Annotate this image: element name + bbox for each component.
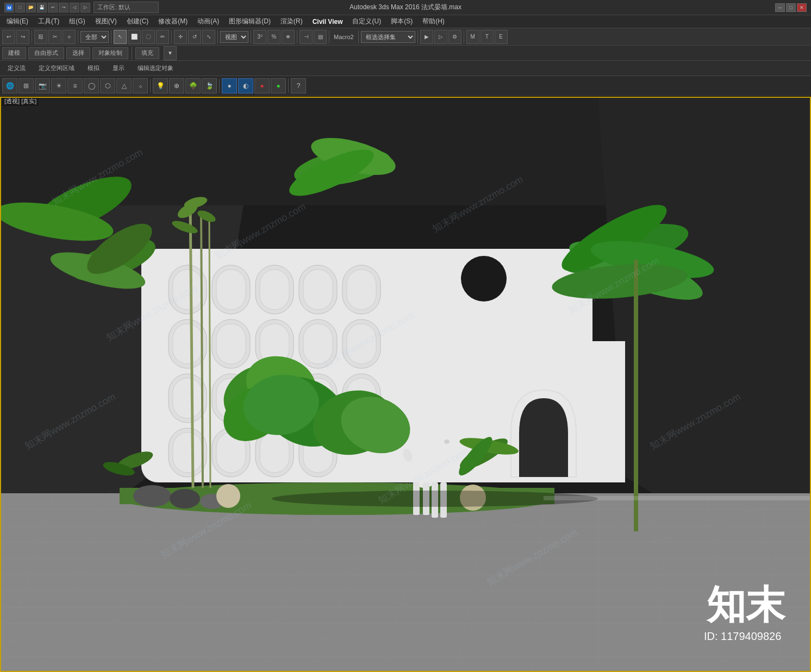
icon-toolbar: 🌐 ⊞ 📷 ☀ ≡ ◯ ⬡ △ ⬦ 💡 ⊕ 🌳 🍃 ● ◐ ● ● ?	[0, 76, 811, 96]
menu-graph-editor[interactable]: 图形编辑器(D)	[224, 16, 275, 27]
ico-tree[interactable]: 🌳	[185, 78, 201, 93]
bind-tool[interactable]: ⟡	[63, 30, 76, 44]
maximize-button[interactable]: □	[786, 3, 796, 12]
ico-cylinder[interactable]: ⬦	[133, 78, 148, 93]
texture-btn[interactable]: T	[481, 30, 494, 44]
freeform-btn[interactable]: 自由形式	[28, 47, 64, 59]
ico-target[interactable]: ⊕	[169, 78, 184, 93]
title-bar-icons[interactable]: M □ 📂 💾 ↩ ↪ ◁ ▷ 工作区: 默认	[4, 2, 159, 13]
ico-lights[interactable]: 💡	[153, 78, 168, 93]
simulate-btn[interactable]: 模拟	[82, 62, 105, 74]
menu-edit[interactable]: 编辑(E)	[2, 16, 33, 27]
fill-options: ▼	[164, 46, 177, 60]
fwd-icon[interactable]: ▷	[80, 3, 90, 12]
unlink-tool[interactable]: ✂	[48, 30, 61, 44]
ico-box[interactable]: ⬡	[100, 78, 115, 93]
minimize-button[interactable]: ─	[775, 3, 785, 12]
menu-civil-view[interactable]: Civil View	[308, 17, 347, 27]
view-dropdown[interactable]: 视图	[220, 31, 248, 43]
ico-list[interactable]: ≡	[67, 78, 83, 93]
fill-arrow[interactable]: ▼	[164, 46, 177, 60]
rotate-tool[interactable]: ↺	[188, 30, 201, 44]
viewport-label: [透视] [真实]	[2, 97, 39, 106]
svg-rect-152	[544, 496, 811, 500]
ico-blue-1[interactable]: ●	[222, 78, 237, 93]
filter-dropdown[interactable]: 全部	[80, 31, 109, 43]
ico-red-dot[interactable]: ●	[254, 78, 270, 93]
ico-camera[interactable]: 📷	[35, 78, 50, 93]
snap2d[interactable]: %	[267, 30, 280, 44]
window-controls[interactable]: ─ □ ✕	[775, 3, 807, 12]
secondary-toolbar: 建模 自由形式 选择 对象绘制 填充 ▼	[0, 46, 811, 61]
move-tool[interactable]: ✛	[174, 30, 187, 44]
render-frame-btn[interactable]: ▷	[434, 30, 447, 44]
separator-4	[171, 30, 172, 43]
undo-icon[interactable]: ↩	[48, 3, 58, 12]
menu-create[interactable]: 创建(C)	[122, 16, 153, 27]
mirror-tool[interactable]: ⊣	[300, 30, 313, 44]
save-icon[interactable]: 💾	[37, 3, 47, 12]
open-icon[interactable]: 📂	[26, 3, 36, 12]
environment-btn[interactable]: E	[495, 30, 508, 44]
render-scene-btn[interactable]: ▶	[420, 30, 433, 44]
selection-btn[interactable]: 选择	[66, 47, 90, 59]
close-button[interactable]: ✕	[797, 3, 807, 12]
display-btn[interactable]: 显示	[107, 62, 130, 74]
paint-select-tool[interactable]: ✏	[156, 30, 169, 44]
snap-toggle[interactable]: 3⁰	[253, 30, 266, 44]
svg-text:ID: 1179409826: ID: 1179409826	[704, 630, 781, 642]
ico-world[interactable]: 🌐	[2, 78, 17, 93]
separator-sec	[132, 47, 132, 60]
ico-grid[interactable]: ⊞	[18, 78, 34, 93]
svg-rect-52	[347, 269, 376, 310]
svg-point-42	[461, 256, 507, 302]
scale-tool[interactable]: ⤡	[202, 30, 215, 44]
svg-rect-46	[216, 269, 246, 310]
menu-modifier[interactable]: 修改器(M)	[154, 16, 192, 27]
svg-point-86	[216, 484, 240, 508]
separator-8	[329, 30, 329, 43]
ico-leaf[interactable]: 🍃	[202, 78, 217, 93]
define-idle-btn[interactable]: 定义空闲区域	[33, 62, 80, 74]
snap-angle[interactable]: ⵐ	[282, 30, 295, 44]
redo-icon[interactable]: ↪	[59, 3, 68, 12]
ico-cone[interactable]: △	[116, 78, 132, 93]
separator-11	[464, 30, 464, 43]
render-settings-btn[interactable]: ⚙	[448, 30, 461, 44]
define-flow-btn[interactable]: 定义流	[2, 62, 31, 74]
ico-sun[interactable]: ☀	[51, 78, 66, 93]
select-region-tool[interactable]: ⬜	[128, 30, 141, 44]
modeling-btn[interactable]: 建模	[2, 47, 26, 59]
window-title: Autodesk 3ds Max 2016 法式晏墙.max	[350, 3, 461, 12]
menu-help[interactable]: 帮助(H)	[418, 16, 449, 27]
object-paint-btn[interactable]: 对象绘制	[92, 47, 128, 59]
ico-sphere[interactable]: ◯	[84, 78, 99, 93]
menu-group[interactable]: 组(G)	[65, 16, 89, 27]
select-lasso-tool[interactable]: 〇	[142, 30, 155, 44]
menu-tools[interactable]: 工具(T)	[34, 16, 64, 27]
fill-btn[interactable]: 填充	[135, 47, 159, 59]
link-tool[interactable]: ⛓	[34, 30, 47, 44]
ico-green-dot[interactable]: ●	[271, 78, 286, 93]
menu-view[interactable]: 视图(V)	[91, 16, 121, 27]
svg-rect-110	[427, 442, 439, 463]
select-tool[interactable]: ↖	[114, 30, 127, 44]
ico-question[interactable]: ?	[291, 78, 306, 93]
ico-blue-2[interactable]: ◐	[238, 78, 253, 93]
menu-script[interactable]: 脚本(S)	[386, 16, 417, 27]
material-editor-btn[interactable]: M	[466, 30, 479, 44]
svg-rect-64	[173, 378, 202, 418]
back-icon[interactable]: ◁	[70, 3, 79, 12]
menu-render[interactable]: 渲染(R)	[276, 16, 307, 27]
icon-sep-3	[288, 79, 289, 93]
menu-customize[interactable]: 自定义(U)	[348, 16, 385, 27]
menu-animation[interactable]: 动画(A)	[193, 16, 223, 27]
new-icon[interactable]: □	[15, 3, 25, 12]
redo-tool[interactable]: ↪	[16, 30, 29, 44]
align-tool[interactable]: ▤	[314, 30, 327, 44]
title-bar: M □ 📂 💾 ↩ ↪ ◁ ▷ 工作区: 默认 Autodesk 3ds Max…	[0, 0, 811, 15]
workspace-dropdown[interactable]: 工作区: 默认	[93, 2, 159, 13]
edit-selected-btn[interactable]: 编辑选定对象	[132, 62, 179, 74]
selection-set-dropdown[interactable]: 框选选择集	[361, 31, 415, 43]
undo-tool[interactable]: ↩	[2, 30, 15, 44]
